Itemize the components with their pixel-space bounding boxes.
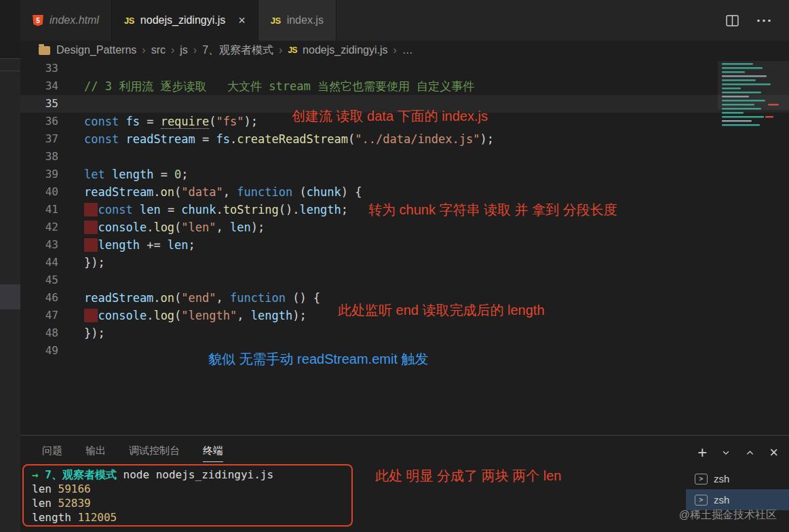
code-line-46[interactable]: 46readStream.on("end", function () {: [20, 289, 789, 307]
code-text: console.log("length", length);: [58, 307, 307, 324]
terminal-instance-1[interactable]: >zsh: [686, 468, 789, 489]
terminal-label: zsh: [714, 473, 729, 484]
panel-tabs: 问题输出调试控制台终端: [20, 436, 789, 464]
code-line-33[interactable]: 33: [20, 60, 789, 77]
code-line-38[interactable]: 38: [20, 148, 789, 166]
breadcrumb-item[interactable]: src: [151, 44, 166, 56]
minimap[interactable]: [718, 61, 789, 139]
code-line-47[interactable]: 47 console.log("length", length);: [20, 307, 789, 324]
code-line-35[interactable]: 35: [20, 95, 789, 113]
code-line-39[interactable]: 39let length = 0;: [20, 166, 789, 183]
line-number: 46: [20, 289, 58, 307]
breadcrumb-separator: ›: [142, 44, 145, 56]
breadcrumb-separator: ›: [193, 44, 197, 56]
terminal-line-1: → 7、观察者模式 node nodejs_zidingyi.js: [32, 468, 343, 482]
code-text: [58, 148, 84, 166]
minimap-slider[interactable]: [718, 61, 789, 110]
breadcrumb-item[interactable]: 7、观察者模式: [202, 43, 273, 58]
code-line-42[interactable]: 42 console.log("len", len);: [20, 218, 789, 236]
editor[interactable]: 3334// 3 利用流 逐步读取 大文件 stream 当然它也需要使用 自定…: [20, 60, 789, 435]
code-text: [58, 342, 84, 360]
line-number: 47: [20, 307, 58, 324]
terminal-line-3: len 52839: [32, 496, 343, 510]
line-number: 36: [20, 113, 58, 130]
more-actions-button[interactable]: ···: [756, 12, 773, 28]
close-panel-button[interactable]: ×: [769, 444, 778, 461]
editor-actions: ···: [726, 0, 789, 41]
line-number: 35: [20, 95, 58, 113]
terminal-label: zsh: [714, 494, 729, 506]
tab-3[interactable]: JSindex.js: [258, 0, 336, 41]
code-area: 3334// 3 利用流 逐步读取 大文件 stream 当然它也需要使用 自定…: [20, 60, 789, 360]
new-terminal-button[interactable]: +: [697, 443, 707, 462]
code-line-49[interactable]: 49: [20, 342, 789, 360]
code-text: // 3 利用流 逐步读取 大文件 stream 当然它也需要使用 自定义事件: [58, 77, 474, 95]
code-text: const readStream = fs.createReadStream("…: [58, 130, 494, 148]
line-number: 42: [20, 218, 58, 236]
terminal-line-2: len 59166: [32, 482, 343, 496]
line-number: 43: [20, 236, 58, 254]
code-line-44[interactable]: 44});: [20, 254, 789, 271]
js-icon: JS: [124, 16, 134, 26]
breadcrumb-item[interactable]: …: [402, 44, 413, 56]
code-text: readStream.on("end", function () {: [58, 289, 320, 307]
code-text: length += len;: [58, 236, 195, 254]
tab-2[interactable]: JSnodejs_zidingyi.js×: [112, 0, 258, 41]
code-text: [58, 271, 84, 289]
bottom-panel: 问题输出调试控制台终端 + × → 7、观察者模式 node nodejs_zi…: [20, 435, 789, 532]
panel-tab-调试控制台[interactable]: 调试控制台: [129, 444, 180, 464]
terminal[interactable]: → 7、观察者模式 node nodejs_zidingyi.jslen 591…: [20, 464, 789, 532]
code-line-43[interactable]: 43 length += len;: [20, 236, 789, 254]
code-line-48[interactable]: 48});: [20, 324, 789, 342]
tab-1[interactable]: 5index.html: [20, 0, 112, 41]
terminal-output: → 7、观察者模式 node nodejs_zidingyi.jslen 591…: [32, 468, 343, 525]
code-text: readStream.on("data", function (chunk) {: [58, 183, 362, 201]
activity-bar-highlight: [0, 284, 20, 309]
js-icon: JS: [271, 16, 281, 26]
line-number: 49: [20, 342, 58, 360]
code-line-37[interactable]: 37const readStream = fs.createReadStream…: [20, 130, 789, 148]
breadcrumb-item[interactable]: nodejs_zidingyi.js: [303, 44, 387, 56]
breadcrumb-item[interactable]: js: [180, 44, 188, 56]
code-text: let length = 0;: [58, 166, 189, 183]
line-number: 33: [20, 60, 58, 77]
terminal-dropdown-button[interactable]: [721, 448, 731, 457]
line-number: 40: [20, 183, 58, 201]
code-text: [58, 60, 84, 77]
activity-divider: [0, 58, 20, 59]
breadcrumb-item[interactable]: Design_Patterns: [56, 44, 136, 56]
tab-bar: 5index.htmlJSnodejs_zidingyi.js×JSindex.…: [20, 0, 789, 41]
code-line-40[interactable]: 40readStream.on("data", function (chunk)…: [20, 183, 789, 201]
line-number: 37: [20, 130, 58, 148]
panel-actions: + ×: [697, 443, 778, 462]
watermark: @稀土掘金技术社区: [679, 508, 777, 522]
code-line-41[interactable]: 41 const len = chunk.toString().length;: [20, 201, 789, 218]
terminal-list: >zsh>zsh: [686, 468, 789, 510]
tab-label: nodejs_zidingyi.js: [140, 14, 225, 26]
maximize-panel-button[interactable]: [745, 448, 755, 458]
breadcrumb-separator: ›: [279, 44, 282, 56]
breadcrumb-items: Design_Patterns›src›js›7、观察者模式›JSnodejs_…: [56, 43, 413, 58]
breadcrumb-separator: ›: [171, 44, 174, 56]
code-text: const fs = require("fs");: [58, 113, 258, 130]
code-line-36[interactable]: 36const fs = require("fs");: [20, 113, 789, 130]
terminal-highlight-box: → 7、观察者模式 node nodejs_zidingyi.jslen 591…: [22, 464, 353, 527]
code-text: [58, 95, 84, 113]
html-icon: 5: [33, 15, 43, 26]
code-text: console.log("len", len);: [58, 218, 265, 236]
tab-label: index.html: [50, 14, 99, 26]
code-line-45[interactable]: 45: [20, 271, 789, 289]
activity-divider: [0, 71, 20, 71]
close-tab-icon[interactable]: ×: [238, 14, 246, 28]
code-line-34[interactable]: 34// 3 利用流 逐步读取 大文件 stream 当然它也需要使用 自定义事…: [20, 77, 789, 95]
panel-tab-输出[interactable]: 输出: [85, 444, 106, 464]
panel-tab-问题[interactable]: 问题: [42, 444, 62, 464]
activity-bar[interactable]: [0, 0, 20, 532]
line-number: 38: [20, 148, 58, 166]
line-number: 48: [20, 324, 58, 342]
split-editor-button[interactable]: [726, 15, 739, 26]
panel-tab-终端[interactable]: 终端: [203, 444, 223, 464]
terminal-instance-2[interactable]: >zsh: [686, 489, 789, 510]
folder-icon: [39, 46, 50, 55]
tab-strip: 5index.htmlJSnodejs_zidingyi.js×JSindex.…: [20, 0, 336, 41]
